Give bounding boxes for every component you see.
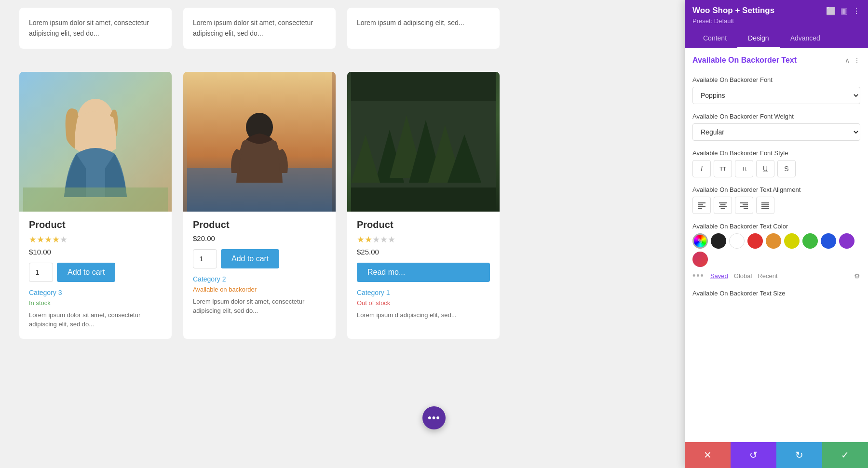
stock-status-3: Out of stock <box>357 299 490 307</box>
text-alignment-field: Available On Backorder Text Alignment <box>692 186 860 214</box>
add-to-cart-row-3: Read mo... <box>357 263 490 282</box>
tab-advanced[interactable]: Advanced <box>780 29 831 48</box>
floating-menu-icon: ••• <box>428 413 440 423</box>
italic-btn[interactable]: I <box>692 160 711 177</box>
color-gradient[interactable] <box>692 252 708 267</box>
redo-icon: ↻ <box>795 449 803 461</box>
add-to-cart-btn-1[interactable]: Add to cart <box>57 263 115 282</box>
font-style-buttons: I TT Tt U S <box>692 160 860 177</box>
text-color-label: Available On Backorder Text Color <box>692 223 860 230</box>
color-settings-gear[interactable]: ⚙ <box>854 272 860 280</box>
read-more-btn-3[interactable]: Read mo... <box>357 263 490 282</box>
color-green[interactable] <box>802 233 818 249</box>
collapse-icon[interactable]: ∧ <box>845 56 850 64</box>
color-yellow[interactable] <box>784 233 800 249</box>
product-card-3: Product ★★★★★ $25.00 Read mo... Category… <box>347 72 500 339</box>
svg-rect-12 <box>351 72 496 101</box>
settings-panel: Woo Shop + Settings ⬜ ▥ ⋮ Preset: Defaul… <box>685 0 868 468</box>
align-left-btn[interactable] <box>692 197 711 214</box>
top-text-card-1: Lorem ipsum dolor sit amet, consectetur … <box>19 8 172 49</box>
product-image-2 <box>183 72 336 212</box>
color-orange[interactable] <box>766 233 781 249</box>
text-size-field: Available On Backorder Text Size <box>692 290 860 297</box>
color-tab-recent[interactable]: Recent <box>758 272 777 280</box>
top-text-card-3: Lorem ipsum d adipiscing elit, sed... <box>347 8 500 49</box>
text-size-label: Available On Backorder Text Size <box>692 290 860 297</box>
product-desc-2: Lorem ipsum dolor sit amet, consectetur … <box>193 297 326 316</box>
color-purple[interactable] <box>839 233 854 249</box>
product-card-1: Product ★★★★★ $10.00 Add to cart Categor… <box>19 72 172 339</box>
add-to-cart-btn-2[interactable]: Add to cart <box>221 249 279 268</box>
top-text-1: Lorem ipsum dolor sit amet, consectetur … <box>29 19 149 37</box>
product-image-1 <box>19 72 172 212</box>
top-text-3: Lorem ipsum d adipiscing elit, sed... <box>357 19 464 27</box>
stock-status-1: In stock <box>29 299 162 307</box>
color-red[interactable] <box>747 233 763 249</box>
align-justify-btn[interactable] <box>756 197 774 214</box>
product-card-2: Product $20.00 Add to cart Category 2 Av… <box>183 72 336 339</box>
color-black[interactable] <box>711 233 726 249</box>
font-field: Available On Backorder Font Poppins Aria… <box>692 76 860 104</box>
color-picker-btn[interactable]: ✎ <box>692 233 708 249</box>
product-title-1: Product <box>29 219 162 230</box>
color-white[interactable] <box>729 233 745 249</box>
underline-btn[interactable]: U <box>756 160 774 177</box>
add-to-cart-row-1: Add to cart <box>29 263 162 282</box>
fullscreen-icon[interactable]: ⬜ <box>826 6 836 15</box>
panel-tabs: Content Design Advanced <box>692 29 860 48</box>
section-title: Available On Backorder Text <box>692 56 797 65</box>
align-right-btn[interactable] <box>735 197 753 214</box>
font-select[interactable]: Poppins Arial Georgia Roboto <box>692 87 860 104</box>
text-color-field: Available On Backorder Text Color ✎ ••• … <box>692 223 860 281</box>
section-more-icon[interactable]: ⋮ <box>854 56 860 64</box>
color-tab-global[interactable]: Global <box>734 272 752 280</box>
svg-rect-13 <box>351 187 496 212</box>
qty-input-1[interactable] <box>29 263 53 282</box>
add-to-cart-row-2: Add to cart <box>193 249 326 268</box>
category-link-3[interactable]: Category 1 <box>357 289 490 296</box>
product-desc-3: Lorem ipsum d adipiscing elit, sed... <box>357 310 490 320</box>
strikethrough-btn[interactable]: S <box>777 160 796 177</box>
category-link-2[interactable]: Category 2 <box>193 275 326 283</box>
product-title-3: Product <box>357 219 490 230</box>
panel-body: Available On Backorder Text ∧ ⋮ Availabl… <box>685 48 868 442</box>
floating-menu-btn[interactable]: ••• <box>422 406 446 429</box>
color-tab-saved[interactable]: Saved <box>710 272 728 280</box>
category-link-1[interactable]: Category 3 <box>29 289 162 296</box>
sidebar-icon[interactable]: ▥ <box>841 6 848 15</box>
top-text-card-2: Lorem ipsum dolor sit amet, consectetur … <box>183 8 336 49</box>
product-price-2: $20.00 <box>193 234 326 242</box>
font-label: Available On Backorder Font <box>692 76 860 83</box>
product-price-3: $25.00 <box>357 248 490 256</box>
tab-design[interactable]: Design <box>737 29 780 48</box>
panel-header: Woo Shop + Settings ⬜ ▥ ⋮ Preset: Defaul… <box>685 0 868 48</box>
save-button[interactable]: ✓ <box>822 442 868 468</box>
capitalize-btn[interactable]: Tt <box>735 160 753 177</box>
font-weight-select[interactable]: Regular Bold Light Medium <box>692 123 860 141</box>
uppercase-btn[interactable]: TT <box>714 160 732 177</box>
cancel-button[interactable]: ✕ <box>685 442 731 468</box>
more-icon[interactable]: ⋮ <box>853 6 860 15</box>
font-weight-label: Available On Backorder Font Weight <box>692 113 860 120</box>
text-alignment-label: Available On Backorder Text Alignment <box>692 186 860 193</box>
product-stars-1: ★★★★★ <box>29 234 162 245</box>
undo-button[interactable]: ↺ <box>731 442 776 468</box>
tab-content[interactable]: Content <box>692 29 737 48</box>
save-icon: ✓ <box>841 449 849 461</box>
product-desc-1: Lorem ipsum dolor sit amet, consectetur … <box>29 310 162 329</box>
svg-rect-1 <box>23 187 168 212</box>
panel-preset[interactable]: Preset: Default <box>692 17 860 25</box>
stock-status-2: Available on backorder <box>193 286 326 293</box>
more-colors-dots[interactable]: ••• <box>692 271 705 281</box>
font-style-label: Available On Backorder Font Style <box>692 149 860 157</box>
product-image-3 <box>347 72 500 212</box>
top-text-2: Lorem ipsum dolor sit amet, consectetur … <box>193 19 313 37</box>
qty-input-2[interactable] <box>193 249 217 268</box>
color-blue[interactable] <box>821 233 836 249</box>
font-style-field: Available On Backorder Font Style I TT T… <box>692 149 860 177</box>
redo-button[interactable]: ↻ <box>776 442 822 468</box>
align-center-btn[interactable] <box>714 197 732 214</box>
panel-header-icons: ⬜ ▥ ⋮ <box>826 6 860 15</box>
color-swatches: ✎ <box>692 233 860 267</box>
color-tabs-row: ••• Saved Global Recent ⚙ <box>692 271 860 281</box>
